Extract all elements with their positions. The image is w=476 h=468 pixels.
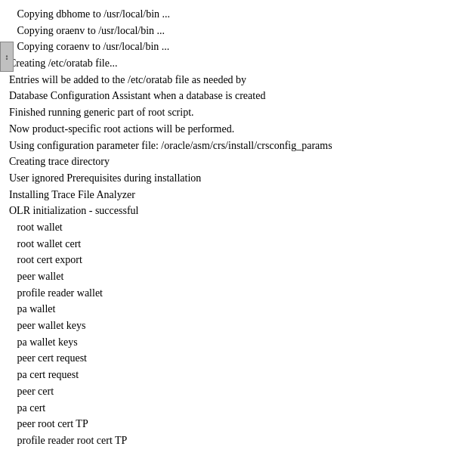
scroll-icon: ↕: [5, 53, 9, 61]
terminal-line: pa cert request: [9, 367, 470, 383]
terminal-line: pa cert: [9, 400, 470, 417]
terminal-line: Copying dbhome to /usr/local/bin ...: [9, 6, 470, 23]
terminal-line: Creating /etc/oratab file...: [9, 55, 470, 72]
terminal-line: Copying oraenv to /usr/local/bin ...: [9, 23, 470, 39]
terminal-line: root cert export: [9, 252, 470, 268]
terminal-line: peer root cert TP: [9, 416, 470, 432]
terminal-line: Entries will be added to the /etc/oratab…: [9, 72, 470, 88]
terminal-line: Now product-specific root actions will b…: [9, 121, 470, 138]
terminal-line: peer wallet: [9, 268, 470, 285]
terminal-line: Creating trace directory: [9, 153, 470, 170]
terminal-line: profile reader root cert TP: [9, 432, 470, 449]
terminal-line: root wallet: [9, 219, 470, 236]
terminal-line: User ignored Prerequisites during instal…: [9, 170, 470, 187]
terminal-line: peer cert: [9, 383, 470, 400]
terminal-line: Finished running generic part of root sc…: [9, 104, 470, 121]
content-area: Copying dbhome to /usr/local/bin ... Cop…: [9, 6, 470, 449]
terminal-line: Installing Trace File Analyzer: [9, 187, 470, 203]
terminal-line: root wallet cert: [9, 236, 470, 253]
terminal-line: peer cert request: [9, 350, 470, 367]
terminal-line: Using configuration parameter file: /ora…: [9, 138, 470, 154]
terminal-line: pa wallet: [9, 301, 470, 318]
terminal-line: Copying coraenv to /usr/local/bin ...: [9, 39, 470, 55]
terminal-line: Database Configuration Assistant when a …: [9, 88, 470, 104]
terminal-line: pa wallet keys: [9, 334, 470, 351]
scroll-indicator[interactable]: ↕: [0, 42, 14, 72]
terminal-line: peer wallet keys: [9, 318, 470, 334]
terminal-line: profile reader wallet: [9, 285, 470, 302]
terminal-line: OLR initialization - successful: [9, 203, 470, 219]
terminal-container: ↕ Copying dbhome to /usr/local/bin ... C…: [0, 0, 476, 468]
